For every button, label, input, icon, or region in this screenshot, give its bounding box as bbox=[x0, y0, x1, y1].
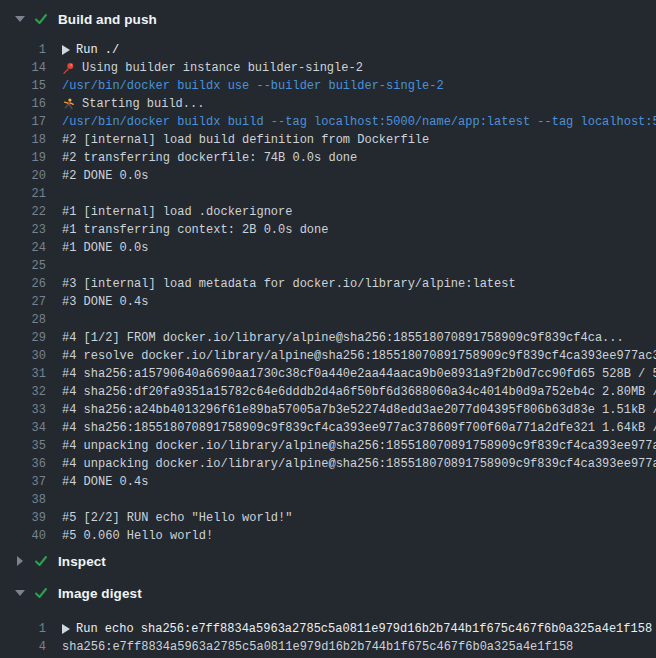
log-text: #4 unpacking docker.io/library/alpine@sh… bbox=[62, 437, 656, 455]
log-text: #1 DONE 0.0s bbox=[62, 239, 148, 257]
log-line: 4sha256:e7ff8834a5963a2785c5a0811e979d16… bbox=[0, 638, 656, 656]
log-line: 25 bbox=[0, 257, 656, 275]
line-number[interactable]: 21 bbox=[0, 185, 46, 203]
runner-icon bbox=[62, 98, 75, 111]
log-text: #4 sha256:df20fa9351a15782c64e6dddb2d4a6… bbox=[62, 383, 656, 401]
line-number[interactable]: 28 bbox=[0, 311, 46, 329]
line-number[interactable]: 23 bbox=[0, 221, 46, 239]
log-line: 31#4 sha256:a15790640a6690aa1730c38cf0a4… bbox=[0, 365, 656, 383]
section-header-inspect[interactable]: Inspect bbox=[0, 547, 656, 575]
line-number[interactable]: 31 bbox=[0, 365, 46, 383]
log-text: #2 DONE 0.0s bbox=[62, 167, 148, 185]
line-number[interactable]: 16 bbox=[0, 95, 46, 113]
log-line: 21 bbox=[0, 185, 656, 203]
line-number[interactable]: 30 bbox=[0, 347, 46, 365]
line-number[interactable]: 39 bbox=[0, 509, 46, 527]
line-number[interactable]: 37 bbox=[0, 473, 46, 491]
line-number[interactable]: 20 bbox=[0, 167, 46, 185]
success-check-icon bbox=[34, 554, 48, 568]
line-number[interactable]: 18 bbox=[0, 131, 46, 149]
log-text: #4 DONE 0.4s bbox=[62, 473, 148, 491]
log-text[interactable]: Run ./ bbox=[62, 41, 119, 59]
section-log-image-digest: 1Run echo sha256:e7ff8834a5963a2785c5a08… bbox=[0, 607, 656, 658]
line-number[interactable]: 15 bbox=[0, 77, 46, 95]
log-text: #2 [internal] load build definition from… bbox=[62, 131, 429, 149]
log-line: 30#4 resolve docker.io/library/alpine@sh… bbox=[0, 347, 656, 365]
section-title-build-and-push: Build and push bbox=[58, 12, 157, 27]
log-line: 32#4 sha256:df20fa9351a15782c64e6dddb2d4… bbox=[0, 383, 656, 401]
log-line: 37#4 DONE 0.4s bbox=[0, 473, 656, 491]
log-line: 22#1 [internal] load .dockerignore bbox=[0, 203, 656, 221]
log-line: 34#4 sha256:185518070891758909c9f839cf4c… bbox=[0, 419, 656, 437]
log-command-text: /usr/bin/docker buildx build --tag local… bbox=[62, 113, 656, 131]
line-number[interactable]: 24 bbox=[0, 239, 46, 257]
line-number[interactable]: 27 bbox=[0, 293, 46, 311]
log-text: Using builder instance builder-single-2 bbox=[62, 59, 363, 77]
line-number[interactable]: 40 bbox=[0, 527, 46, 545]
log-line: 39#5 [2/2] RUN echo "Hello world!" bbox=[0, 509, 656, 527]
workflow-run-log: Build and push 1Run ./14Using builder in… bbox=[0, 5, 656, 658]
log-text: #4 sha256:a24bb4013296f61e89ba57005a7b3e… bbox=[62, 401, 656, 419]
log-line: 33#4 sha256:a24bb4013296f61e89ba57005a7b… bbox=[0, 401, 656, 419]
line-number[interactable]: 33 bbox=[0, 401, 46, 419]
log-text: Starting build... bbox=[62, 95, 204, 113]
log-text: #5 [2/2] RUN echo "Hello world!" bbox=[62, 509, 292, 527]
line-number[interactable]: 14 bbox=[0, 59, 46, 77]
line-number[interactable]: 1 bbox=[0, 620, 46, 638]
line-number[interactable]: 17 bbox=[0, 113, 46, 131]
log-line: 17/usr/bin/docker buildx build --tag loc… bbox=[0, 113, 656, 131]
log-line: 26#3 [internal] load metadata for docker… bbox=[0, 275, 656, 293]
log-text: #4 sha256:a15790640a6690aa1730c38cf0a440… bbox=[62, 365, 656, 383]
line-number[interactable]: 32 bbox=[0, 383, 46, 401]
log-line: 36#4 unpacking docker.io/library/alpine@… bbox=[0, 455, 656, 473]
chevron-right-icon[interactable] bbox=[15, 556, 25, 566]
log-text: #3 DONE 0.4s bbox=[62, 293, 148, 311]
pushpin-icon bbox=[62, 62, 75, 75]
log-line: 18#2 [internal] load build definition fr… bbox=[0, 131, 656, 149]
line-number[interactable]: 34 bbox=[0, 419, 46, 437]
success-check-icon bbox=[34, 586, 48, 600]
log-text: #4 unpacking docker.io/library/alpine@sh… bbox=[62, 455, 656, 473]
log-line: 35#4 unpacking docker.io/library/alpine@… bbox=[0, 437, 656, 455]
line-number[interactable]: 22 bbox=[0, 203, 46, 221]
line-number[interactable]: 35 bbox=[0, 437, 46, 455]
log-text: #3 [internal] load metadata for docker.i… bbox=[62, 275, 516, 293]
log-line: 19#2 transferring dockerfile: 74B 0.0s d… bbox=[0, 149, 656, 167]
log-line: 29#4 [1/2] FROM docker.io/library/alpine… bbox=[0, 329, 656, 347]
chevron-down-icon[interactable] bbox=[15, 16, 25, 22]
log-line: 20#2 DONE 0.0s bbox=[0, 167, 656, 185]
log-text[interactable]: Run echo sha256:e7ff8834a5963a2785c5a081… bbox=[62, 620, 652, 638]
log-line: 15/usr/bin/docker buildx use --builder b… bbox=[0, 77, 656, 95]
section-header-image-digest[interactable]: Image digest bbox=[0, 579, 656, 607]
chevron-down-icon[interactable] bbox=[15, 590, 25, 596]
line-number[interactable]: 29 bbox=[0, 329, 46, 347]
log-text: #4 sha256:185518070891758909c9f839cf4ca3… bbox=[62, 419, 656, 437]
log-line: 38 bbox=[0, 491, 656, 509]
log-line: 24#1 DONE 0.0s bbox=[0, 239, 656, 257]
line-number[interactable]: 38 bbox=[0, 491, 46, 509]
log-line: 23#1 transferring context: 2B 0.0s done bbox=[0, 221, 656, 239]
log-line: 16Starting build... bbox=[0, 95, 656, 113]
log-text: #1 transferring context: 2B 0.0s done bbox=[62, 221, 328, 239]
section-title-inspect: Inspect bbox=[58, 554, 106, 569]
log-text: #2 transferring dockerfile: 74B 0.0s don… bbox=[62, 149, 357, 167]
section-header-build-and-push[interactable]: Build and push bbox=[0, 5, 656, 33]
expand-run-icon[interactable] bbox=[62, 624, 70, 634]
log-line: 40#5 0.060 Hello world! bbox=[0, 527, 656, 545]
line-number[interactable]: 36 bbox=[0, 455, 46, 473]
log-text: #4 [1/2] FROM docker.io/library/alpine@s… bbox=[62, 329, 624, 347]
line-number[interactable]: 26 bbox=[0, 275, 46, 293]
line-number[interactable]: 19 bbox=[0, 149, 46, 167]
log-line: 27#3 DONE 0.4s bbox=[0, 293, 656, 311]
log-line: 14Using builder instance builder-single-… bbox=[0, 59, 656, 77]
line-number[interactable]: 25 bbox=[0, 257, 46, 275]
line-number[interactable]: 4 bbox=[0, 638, 46, 656]
log-text: sha256:e7ff8834a5963a2785c5a0811e979d16b… bbox=[62, 638, 573, 656]
log-line: 1Run ./ bbox=[0, 41, 656, 59]
log-command-text: /usr/bin/docker buildx use --builder bui… bbox=[62, 77, 444, 95]
success-check-icon bbox=[34, 12, 48, 26]
expand-run-icon[interactable] bbox=[62, 45, 70, 55]
log-text: #1 [internal] load .dockerignore bbox=[62, 203, 292, 221]
line-number[interactable]: 1 bbox=[0, 41, 46, 59]
section-log-build-and-push: 1Run ./14Using builder instance builder-… bbox=[0, 33, 656, 547]
